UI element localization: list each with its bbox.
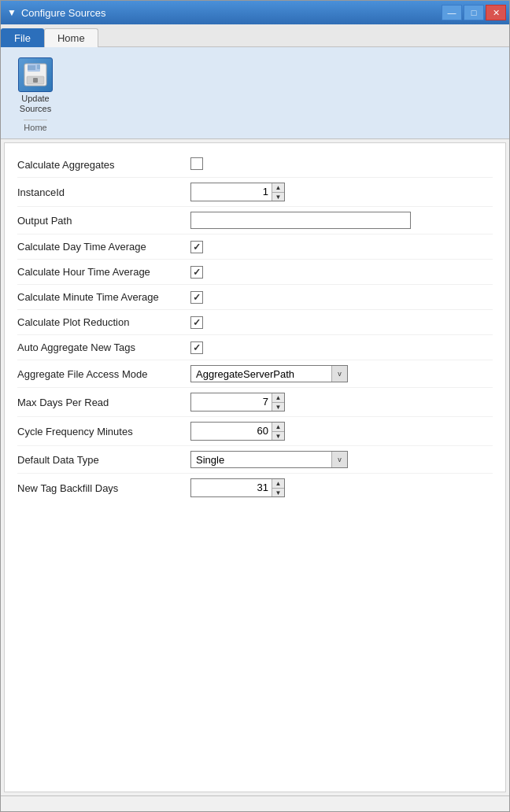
row-max-days-per-read: Max Days Per Read 7 ▲ ▼	[17, 388, 493, 417]
control-cycle-frequency-minutes: 60 ▲ ▼	[190, 422, 493, 441]
row-instance-id: InstanceId 1 ▲ ▼	[17, 178, 493, 207]
checkbox-calc-day-time-avg[interactable]	[190, 241, 203, 253]
update-sources-label: UpdateSources	[20, 94, 51, 114]
control-calculate-aggregates	[190, 157, 493, 172]
close-button[interactable]: ✕	[486, 5, 506, 20]
row-output-path: Output Path	[17, 207, 493, 234]
tab-home[interactable]: Home	[44, 28, 98, 47]
dropdown-default-data-type[interactable]: Single v	[190, 451, 348, 468]
maximize-button[interactable]: □	[464, 5, 484, 20]
spinbox-instance-id-up[interactable]: ▲	[272, 183, 284, 193]
form-content: Calculate Aggregates InstanceId 1 ▲ ▼ Ou…	[4, 142, 506, 792]
control-new-tag-backfill-days: 31 ▲ ▼	[190, 478, 493, 497]
label-calc-plot-reduction: Calculate Plot Reduction	[17, 316, 190, 328]
spinbox-cycle-frequency-minutes: 60 ▲ ▼	[190, 422, 285, 441]
ribbon-tabs: File Home	[1, 24, 509, 47]
spinbox-instance-id-down[interactable]: ▼	[272, 193, 284, 201]
checkbox-calc-plot-reduction[interactable]	[190, 316, 203, 329]
checkbox-auto-aggregate-new-tags[interactable]	[190, 341, 203, 354]
spinbox-max-days-per-read-down[interactable]: ▼	[272, 403, 284, 412]
label-output-path: Output Path	[17, 215, 190, 227]
ribbon: File Home	[1, 24, 509, 139]
status-bar	[1, 795, 509, 811]
control-default-data-type: Single v	[190, 451, 493, 468]
dropdown-aggregate-file-access-mode-value: AggregateServerPath	[191, 368, 331, 380]
spinbox-cycle-frequency-minutes-buttons: ▲ ▼	[272, 423, 284, 440]
control-instance-id: 1 ▲ ▼	[190, 183, 493, 201]
update-sources-wrap: UpdateSources Home	[10, 54, 61, 132]
ribbon-content: UpdateSources Home	[1, 47, 509, 138]
dropdown-aggregate-file-access-mode[interactable]: AggregateServerPath v	[190, 365, 348, 382]
checkbox-calc-hour-time-avg[interactable]	[190, 266, 203, 279]
dropdown-default-data-type-value: Single	[191, 454, 331, 466]
update-sources-button[interactable]: UpdateSources	[10, 54, 61, 118]
dropdown-aggregate-file-access-mode-arrow: v	[331, 366, 347, 382]
control-calc-day-time-avg	[190, 241, 493, 253]
spinbox-cycle-frequency-minutes-value[interactable]: 60	[191, 423, 272, 440]
tab-file[interactable]: File	[1, 28, 44, 47]
spinbox-new-tag-backfill-days: 31 ▲ ▼	[190, 478, 285, 497]
svg-rect-3	[33, 78, 38, 83]
row-cycle-frequency-minutes: Cycle Frequency Minutes 60 ▲ ▼	[17, 417, 493, 446]
system-menu-icon[interactable]: ▼	[7, 7, 17, 18]
spinbox-cycle-frequency-minutes-up[interactable]: ▲	[272, 423, 284, 432]
ribbon-home-label: Home	[24, 120, 46, 132]
label-calculate-aggregates: Calculate Aggregates	[17, 159, 190, 171]
update-sources-icon	[18, 57, 53, 92]
label-calc-day-time-avg: Calculate Day Time Average	[17, 241, 190, 253]
control-auto-aggregate-new-tags	[190, 341, 493, 354]
row-default-data-type: Default Data Type Single v	[17, 446, 493, 474]
spinbox-max-days-per-read-value[interactable]: 7	[191, 393, 272, 411]
label-calc-hour-time-avg: Calculate Hour Time Average	[17, 266, 190, 278]
spinbox-new-tag-backfill-days-value[interactable]: 31	[191, 479, 272, 496]
label-instance-id: InstanceId	[17, 186, 190, 198]
label-max-days-per-read: Max Days Per Read	[17, 397, 190, 408]
spinbox-instance-id-value[interactable]: 1	[191, 183, 272, 201]
row-calculate-aggregates: Calculate Aggregates	[17, 153, 493, 178]
window-title: Configure Sources	[21, 7, 106, 19]
control-calc-hour-time-avg	[190, 266, 493, 279]
title-bar: ▼ Configure Sources — □ ✕	[1, 1, 509, 24]
row-calc-day-time-avg: Calculate Day Time Average	[17, 234, 493, 260]
control-aggregate-file-access-mode: AggregateServerPath v	[190, 365, 493, 382]
minimize-button[interactable]: —	[442, 5, 462, 20]
label-aggregate-file-access-mode: Aggregate File Access Mode	[17, 368, 190, 380]
input-output-path[interactable]	[190, 212, 411, 229]
control-calc-minute-time-avg	[190, 291, 493, 304]
checkbox-calc-minute-time-avg[interactable]	[190, 291, 203, 304]
svg-rect-4	[37, 65, 40, 69]
spinbox-max-days-per-read-buttons: ▲ ▼	[272, 393, 284, 411]
floppy-disk-icon	[23, 62, 48, 87]
row-calc-minute-time-avg: Calculate Minute Time Average	[17, 285, 493, 310]
spinbox-new-tag-backfill-days-up[interactable]: ▲	[272, 479, 284, 489]
label-default-data-type: Default Data Type	[17, 454, 190, 466]
control-max-days-per-read: 7 ▲ ▼	[190, 393, 493, 412]
row-auto-aggregate-new-tags: Auto Aggregate New Tags	[17, 335, 493, 360]
main-window: ▼ Configure Sources — □ ✕ File Home	[0, 0, 510, 812]
dropdown-default-data-type-arrow: v	[331, 452, 347, 467]
spinbox-max-days-per-read: 7 ▲ ▼	[190, 393, 285, 412]
spinbox-cycle-frequency-minutes-down[interactable]: ▼	[272, 432, 284, 441]
row-new-tag-backfill-days: New Tag Backfill Days 31 ▲ ▼	[17, 474, 493, 502]
spinbox-new-tag-backfill-days-down[interactable]: ▼	[272, 489, 284, 497]
row-calc-hour-time-avg: Calculate Hour Time Average	[17, 260, 493, 285]
title-bar-left: ▼ Configure Sources	[7, 7, 106, 19]
checkbox-calculate-aggregates[interactable]	[190, 157, 203, 170]
label-auto-aggregate-new-tags: Auto Aggregate New Tags	[17, 341, 190, 353]
spinbox-new-tag-backfill-days-buttons: ▲ ▼	[272, 479, 284, 496]
label-cycle-frequency-minutes: Cycle Frequency Minutes	[17, 426, 190, 437]
label-new-tag-backfill-days: New Tag Backfill Days	[17, 482, 190, 494]
row-aggregate-file-access-mode: Aggregate File Access Mode AggregateServ…	[17, 360, 493, 388]
row-calc-plot-reduction: Calculate Plot Reduction	[17, 310, 493, 335]
spinbox-instance-id: 1 ▲ ▼	[190, 183, 285, 201]
spinbox-instance-id-buttons: ▲ ▼	[272, 183, 284, 201]
title-bar-controls: — □ ✕	[442, 5, 506, 20]
control-output-path	[190, 212, 493, 229]
spinbox-max-days-per-read-up[interactable]: ▲	[272, 393, 284, 403]
label-calc-minute-time-avg: Calculate Minute Time Average	[17, 291, 190, 303]
control-calc-plot-reduction	[190, 316, 493, 329]
